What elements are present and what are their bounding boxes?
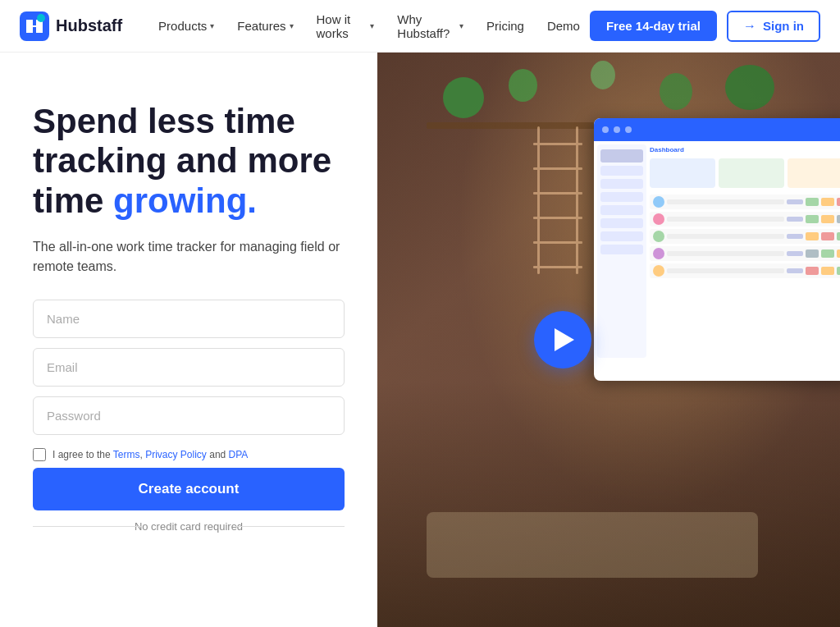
logo[interactable]: Hubstaff [20,11,122,41]
hero-subtitle: The all-in-one work time tracker for man… [33,237,345,277]
nav-how-it-works[interactable]: How it works ▾ [307,6,385,47]
hero-background: Dashboard [377,53,840,627]
person-area [377,381,840,627]
plant-decoration [509,69,537,102]
signup-form [33,300,345,435]
monitor-header [594,118,840,141]
terms-link[interactable]: Terms [113,449,140,460]
chevron-down-icon: ▾ [210,21,214,30]
chevron-down-icon: ▾ [459,21,463,30]
play-icon [555,328,574,351]
nav-pricing[interactable]: Pricing [477,12,534,39]
terms-text: I agree to the Terms, Privacy Policy and… [52,449,248,460]
email-input[interactable] [33,348,345,387]
sign-in-button[interactable]: → Sign in [727,11,820,42]
hero-right: Dashboard [377,53,840,627]
hero-left: Spend less time tracking and more time g… [0,53,377,627]
free-trial-button[interactable]: Free 14-day trial [590,11,717,41]
keyboard-decoration [427,512,758,578]
hero-title: Spend less time tracking and more time g… [33,102,345,221]
terms-row: I agree to the Terms, Privacy Policy and… [33,448,345,461]
privacy-policy-link[interactable]: Privacy Policy [145,449,207,460]
plant-decoration [443,77,484,118]
chevron-down-icon: ▾ [290,21,294,30]
nav-products[interactable]: Products ▾ [148,12,224,39]
nav-demo[interactable]: Demo [537,12,590,39]
no-credit-card-text: No credit card required [33,520,345,533]
ladder-decoration [533,126,582,274]
svg-point-1 [37,14,45,22]
monitor-sidebar [597,144,646,358]
name-input[interactable] [33,300,345,338]
logo-text: Hubstaff [56,16,122,35]
plant-decoration [591,61,615,89]
dashboard-monitor: Dashboard [594,118,840,381]
nav-actions: Free 14-day trial → Sign in [590,11,820,42]
play-video-button[interactable] [534,311,591,368]
plant-decoration [660,73,692,110]
terms-checkbox[interactable] [33,448,46,461]
monitor-main: Dashboard [650,144,840,351]
nav-features[interactable]: Features ▾ [227,12,303,39]
navbar: Hubstaff Products ▾ Features ▾ How it wo… [0,0,840,53]
nav-links: Products ▾ Features ▾ How it works ▾ Why… [148,6,590,47]
plant-decoration [725,65,774,110]
signin-icon: → [743,19,756,34]
hubstaff-logo-icon [20,11,49,41]
dpa-link[interactable]: DPA [229,449,249,460]
hero-section: Spend less time tracking and more time g… [0,53,840,627]
password-input[interactable] [33,396,345,435]
nav-why-hubstaff[interactable]: Why Hubstaff? ▾ [387,6,473,47]
chevron-down-icon: ▾ [370,21,374,30]
create-account-button[interactable]: Create account [33,468,345,510]
hero-title-accent: growing. [113,181,257,220]
